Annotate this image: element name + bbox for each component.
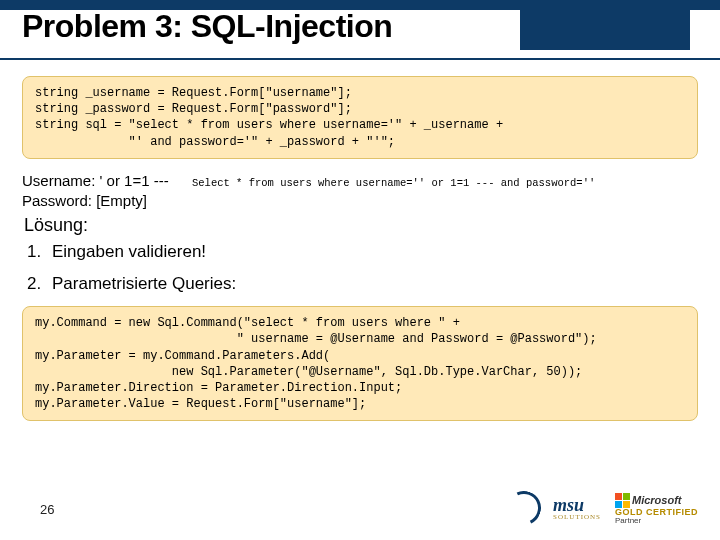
microsoft-flag-icon: [615, 493, 630, 508]
solution-list: Eingaben validieren! Parametrisierte Que…: [46, 242, 702, 294]
footer: 26 msu SOLUTIONS Microsoft GOLD CERTIFIE…: [0, 484, 720, 534]
page-title: Problem 3: SQL-Injection: [22, 8, 392, 45]
title-bar: Problem 3: SQL-Injection: [0, 0, 720, 60]
username-example: Username: ' or 1=1 ---: [22, 171, 182, 191]
resulting-sql: Select * from users where username='' or…: [192, 171, 595, 189]
msu-swoosh-icon: [503, 495, 547, 523]
microsoft-partner-logo: Microsoft GOLD CERTIFIED Partner: [615, 493, 698, 525]
microsoft-wordmark: Microsoft: [632, 495, 682, 506]
page-number: 26: [40, 502, 54, 517]
example-input-labels: Username: ' or 1=1 --- Password: [Empty]: [22, 171, 182, 212]
slide: Problem 3: SQL-Injection string _usernam…: [0, 0, 720, 540]
code-block-parameterized: my.Command = new Sql.Command("select * f…: [22, 306, 698, 421]
code-block-vulnerable: string _username = Request.Form["usernam…: [22, 76, 698, 159]
msu-logo: msu SOLUTIONS: [503, 495, 601, 523]
logo-row: msu SOLUTIONS Microsoft GOLD CERTIFIED P…: [503, 493, 698, 525]
microsoft-partner-label: Partner: [615, 517, 698, 525]
accent-box: [520, 10, 690, 50]
msu-name: msu: [553, 497, 601, 513]
msu-tagline: SOLUTIONS: [553, 513, 601, 521]
solution-item-parameterized: Parametrisierte Queries:: [46, 274, 702, 294]
solution-item-validate: Eingaben validieren!: [46, 242, 702, 262]
title-underline: [0, 58, 720, 60]
solution-heading: Lösung:: [24, 215, 696, 236]
slide-body: string _username = Request.Form["usernam…: [0, 60, 720, 421]
example-input-row: Username: ' or 1=1 --- Password: [Empty]…: [22, 171, 698, 212]
password-example: Password: [Empty]: [22, 191, 182, 211]
